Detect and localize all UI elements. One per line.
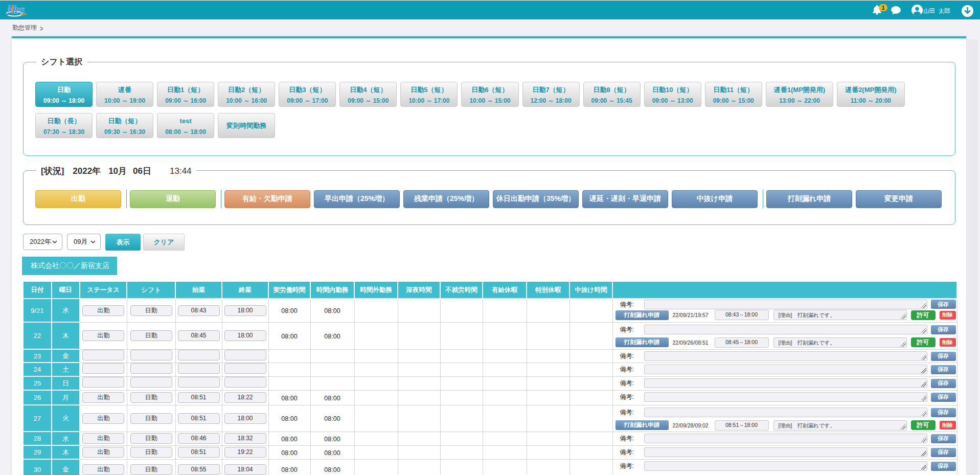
svg-text:PS: PS [14, 6, 25, 15]
